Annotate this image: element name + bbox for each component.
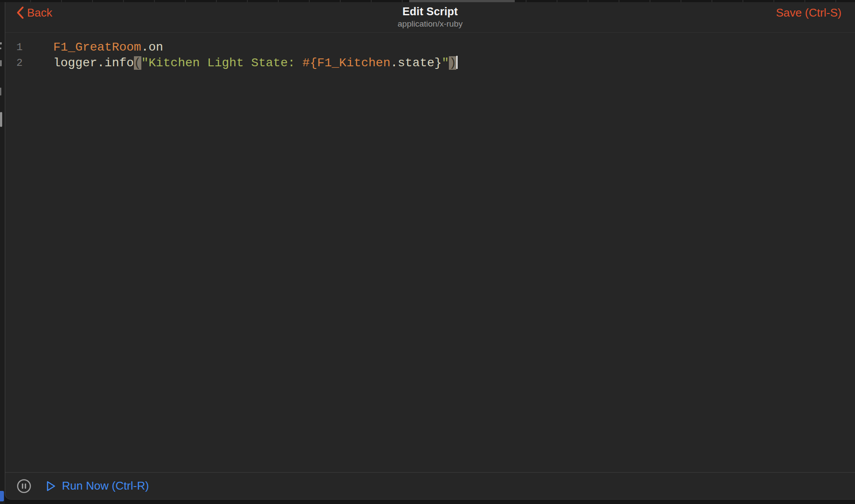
- run-now-label: Run Now (Ctrl-R): [62, 479, 149, 493]
- code-token-plain: .state: [390, 56, 434, 70]
- code-text: logger.info("Kitchen Light State: #{F1_K…: [53, 55, 458, 71]
- line-number: 1: [5, 40, 23, 55]
- code-token-string: "Kitchen Light State:: [141, 56, 303, 70]
- code-token-bracket-match: ): [449, 56, 456, 70]
- code-token-variable: F1_GreatRoom: [53, 41, 141, 54]
- background-left-edge: [0, 2, 5, 504]
- background-text-fragment: [0, 42, 2, 44]
- script-mime-type: application/x-ruby: [5, 19, 855, 29]
- background-text-fragment: [0, 48, 1, 49]
- run-now-button[interactable]: Run Now (Ctrl-R): [46, 479, 149, 493]
- code-token-bracket-match: (: [134, 56, 141, 70]
- edit-script-modal: Back Edit Script application/x-ruby Save…: [5, 2, 855, 500]
- background-blue-fragment: [0, 491, 4, 501]
- code-line[interactable]: 1F1_GreatRoom.on: [5, 40, 855, 55]
- line-number: 2: [5, 55, 23, 71]
- bottom-toolbar: Run Now (Ctrl-R): [5, 472, 855, 499]
- code-lines: 1F1_GreatRoom.on2logger.info("Kitchen Li…: [5, 40, 855, 71]
- code-token-string: ": [442, 56, 449, 70]
- text-cursor: [456, 56, 458, 69]
- code-token-plain: logger.info: [53, 56, 134, 70]
- page-title: Edit Script: [5, 5, 855, 18]
- background-text-fragment: [0, 60, 2, 66]
- background-text-fragment: [0, 112, 2, 127]
- background-text-fragment: [0, 88, 1, 95]
- code-token-plain: .on: [141, 41, 163, 54]
- pause-circle-button[interactable]: [17, 479, 31, 494]
- play-icon: [46, 480, 56, 492]
- code-token-plain: }: [434, 56, 442, 70]
- save-button[interactable]: Save (Ctrl-S): [776, 6, 841, 20]
- title-block: Edit Script application/x-ruby: [5, 5, 855, 29]
- code-token-variable: #{F1_Kitchen: [302, 56, 390, 70]
- pause-circle-icon: [17, 487, 31, 495]
- code-editor[interactable]: 1F1_GreatRoom.on2logger.info("Kitchen Li…: [5, 33, 855, 472]
- save-button-label: Save (Ctrl-S): [776, 6, 841, 20]
- navbar: Back Edit Script application/x-ruby Save…: [5, 2, 855, 33]
- code-text: F1_GreatRoom.on: [53, 40, 163, 55]
- code-line[interactable]: 2logger.info("Kitchen Light State: #{F1_…: [5, 55, 855, 71]
